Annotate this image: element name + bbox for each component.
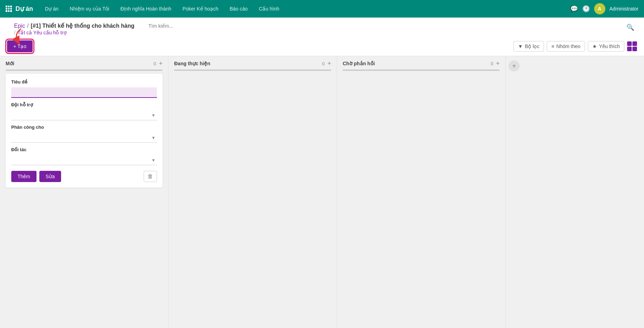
toolbar: + Tạo ▼ Bộ lọc ≡ Nhóm theo ★ Yêu thích <box>0 37 644 56</box>
search-bar-area <box>149 23 617 29</box>
star-icon: ★ <box>592 43 597 49</box>
nav-items: Dự án Nhiệm vụ của Tôi Định nghĩa Hoàn t… <box>40 3 570 14</box>
clock-icon[interactable]: 🕐 <box>582 5 590 13</box>
assign-select-wrapper: ▼ <box>11 133 157 143</box>
add-column-area: + <box>506 56 523 328</box>
breadcrumb-sep2: / <box>14 30 15 35</box>
nav-bao-cao[interactable]: Báo cáo <box>225 3 252 14</box>
column-cho-title: Chờ phản hồi <box>343 61 488 66</box>
assign-field-label: Phân công cho <box>11 125 157 130</box>
create-btn-wrapper: + Tạo <box>7 40 33 52</box>
chat-icon[interactable]: 💬 <box>570 5 578 13</box>
nav-du-an[interactable]: Dự án <box>40 3 64 14</box>
column-dang-header: Đang thực hiện 0 + <box>169 56 337 69</box>
group-icon: ≡ <box>551 43 554 49</box>
filter-label: Bộ lọc <box>525 43 539 49</box>
column-cho-progress-bar <box>343 69 500 71</box>
column-moi-count: 0 <box>153 61 156 66</box>
create-button[interactable]: + Tạo <box>7 40 33 52</box>
nav-cau-hinh[interactable]: Cấu hình <box>254 3 284 14</box>
partner-select[interactable] <box>11 155 157 165</box>
trash-icon: 🗑 <box>147 173 153 179</box>
add-column-button[interactable]: + <box>508 60 520 72</box>
title-field-label: Tiêu đề <box>11 79 157 85</box>
column-cho-count: 0 <box>491 61 493 66</box>
breadcrumb-sub[interactable]: Tất cả Yêu cầu hỗ trợ <box>18 30 67 35</box>
kanban-view-toggle[interactable] <box>627 41 637 51</box>
breadcrumb-second: / Tất cả Yêu cầu hỗ trợ <box>14 30 617 35</box>
title-field-input[interactable] <box>11 87 157 98</box>
kanban-board: Mới 0 + Tiêu đề Đội hỗ trợ ▼ Phân công c… <box>0 56 644 328</box>
nav-right: 💬 🕐 A Administrator <box>570 3 638 14</box>
form-actions: Thêm Sửa 🗑 <box>11 171 157 182</box>
group-button[interactable]: ≡ Nhóm theo <box>547 41 585 52</box>
assign-select[interactable] <box>11 133 157 143</box>
column-dang-progress-bar <box>174 69 331 71</box>
column-cho-progress-fill <box>343 69 500 71</box>
breadcrumb-area: Epic / [#1] Thiết kế hệ thống cho khách … <box>7 18 624 37</box>
column-dang-title: Đang thực hiện <box>174 61 319 66</box>
team-select-wrapper: ▼ <box>11 110 157 120</box>
breadcrumb-sep1: / <box>27 23 28 29</box>
toolbar-right: ▼ Bộ lọc ≡ Nhóm theo ★ Yêu thích <box>513 41 637 52</box>
column-moi: Mới 0 + Tiêu đề Đội hỗ trợ ▼ Phân công c… <box>0 56 169 328</box>
column-moi-add[interactable]: + <box>159 60 163 67</box>
filter-icon: ▼ <box>518 43 523 49</box>
top-navigation: Dự án Dự án Nhiệm vụ của Tôi Định nghĩa … <box>0 0 644 18</box>
column-moi-header: Mới 0 + <box>0 56 168 69</box>
column-moi-progress-bar <box>6 69 163 71</box>
nav-poker[interactable]: Poker Kế hoạch <box>178 3 223 14</box>
partner-field-label: Đối tác <box>11 147 157 152</box>
column-moi-title: Mới <box>6 61 151 66</box>
column-dang-thuc-hien: Đang thực hiện 0 + <box>169 56 337 328</box>
search-input[interactable] <box>149 23 254 29</box>
column-dang-add[interactable]: + <box>327 60 331 67</box>
nav-nhiem-vu[interactable]: Nhiệm vụ của Tôi <box>65 3 114 14</box>
admin-label[interactable]: Administrator <box>610 6 638 12</box>
header-row: Epic / [#1] Thiết kế hệ thống cho khách … <box>0 18 644 37</box>
kanban-form-card: Tiêu đề Đội hỗ trợ ▼ Phân công cho ▼ Đối… <box>6 74 163 188</box>
breadcrumb-block: Epic / [#1] Thiết kế hệ thống cho khách … <box>7 18 624 37</box>
team-select[interactable] <box>11 110 157 120</box>
search-icon[interactable]: 🔍 <box>624 21 637 34</box>
grid-icon[interactable] <box>6 6 12 12</box>
column-dang-progress-fill <box>174 69 331 71</box>
breadcrumb-top: Epic / [#1] Thiết kế hệ thống cho khách … <box>14 22 617 29</box>
favorite-button[interactable]: ★ Yêu thích <box>588 41 624 52</box>
brand-area: Dự án <box>6 5 33 13</box>
team-field-label: Đội hỗ trợ <box>11 102 157 107</box>
them-button[interactable]: Thêm <box>11 171 37 182</box>
favorite-label: Yêu thích <box>599 43 620 49</box>
column-cho-add[interactable]: + <box>496 60 500 67</box>
partner-select-wrapper: ▼ <box>11 155 157 165</box>
column-cho-phan-hoi: Chờ phản hồi 0 + <box>337 56 506 328</box>
column-cho-header: Chờ phản hồi 0 + <box>337 56 505 69</box>
nav-dinh-nghia[interactable]: Định nghĩa Hoàn thành <box>116 3 176 14</box>
avatar[interactable]: A <box>594 3 605 14</box>
delete-button[interactable]: 🗑 <box>144 171 157 182</box>
group-label: Nhóm theo <box>556 43 580 49</box>
filter-button[interactable]: ▼ Bộ lọc <box>513 41 544 52</box>
sua-button[interactable]: Sửa <box>39 171 61 182</box>
breadcrumb-epic[interactable]: Epic <box>14 23 25 29</box>
brand-title: Dự án <box>15 5 33 13</box>
breadcrumb-current: [#1] Thiết kế hệ thống cho khách hàng <box>31 22 134 29</box>
column-moi-progress-fill <box>6 69 163 71</box>
column-dang-count: 0 <box>322 61 324 66</box>
